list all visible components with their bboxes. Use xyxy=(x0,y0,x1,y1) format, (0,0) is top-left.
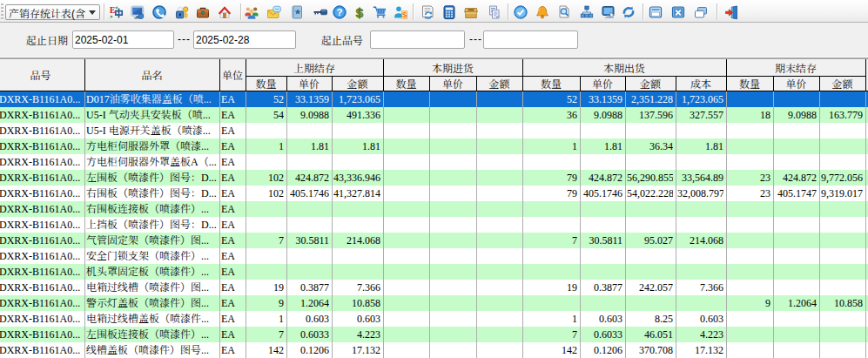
svg-text:$: $ xyxy=(356,5,364,20)
svg-text:E: E xyxy=(110,6,115,15)
svg-text:?: ? xyxy=(336,7,342,17)
svg-text:$: $ xyxy=(402,10,407,19)
